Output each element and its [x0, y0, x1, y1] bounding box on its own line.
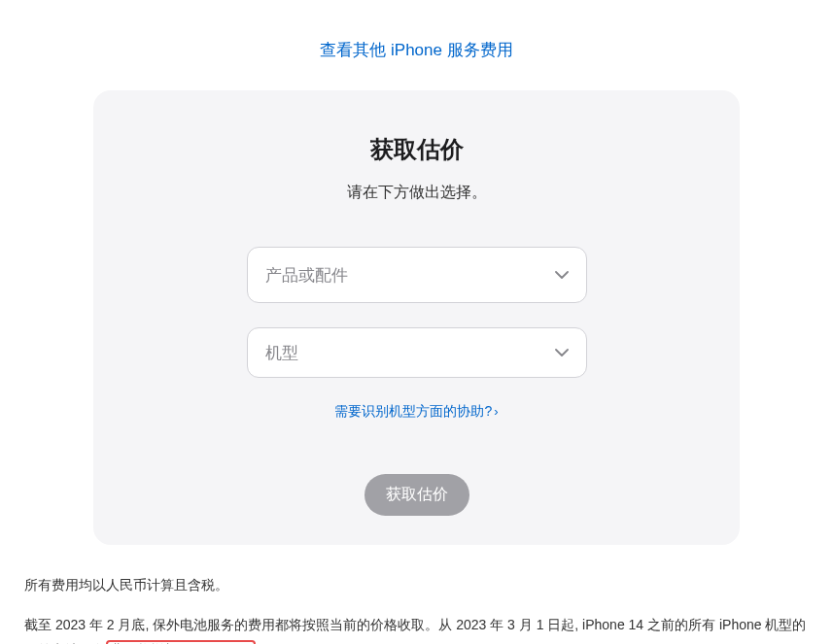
- get-estimate-button[interactable]: 获取估价: [364, 474, 469, 516]
- footer-line-2: 截至 2023 年 2 月底, 保外电池服务的费用都将按照当前的价格收取。从 2…: [24, 612, 809, 644]
- product-select-wrapper: 产品或配件: [247, 247, 587, 303]
- product-select-placeholder: 产品或配件: [265, 264, 348, 287]
- view-other-services-link-wrapper: 查看其他 iPhone 服务费用: [0, 39, 833, 61]
- chevron-down-icon: [555, 271, 569, 279]
- help-link-wrapper: 需要识别机型方面的协助?›: [132, 402, 701, 421]
- footer-line-1: 所有费用均以人民币计算且含税。: [24, 572, 809, 598]
- model-select-placeholder: 机型: [265, 342, 298, 364]
- card-title: 获取估价: [132, 134, 701, 165]
- chevron-right-icon: ›: [494, 404, 498, 419]
- help-link-label: 需要识别机型方面的协助?: [334, 403, 492, 419]
- view-other-services-link[interactable]: 查看其他 iPhone 服务费用: [320, 41, 512, 59]
- card-subtitle: 请在下方做出选择。: [132, 183, 701, 203]
- model-select[interactable]: 机型: [247, 327, 587, 378]
- model-select-wrapper: 机型: [247, 327, 587, 378]
- price-increase-highlight: 费用将增加 RMB 169。: [106, 640, 256, 644]
- chevron-down-icon: [555, 349, 569, 356]
- product-select[interactable]: 产品或配件: [247, 247, 587, 303]
- identify-model-help-link[interactable]: 需要识别机型方面的协助?›: [334, 403, 498, 419]
- footer-disclaimer: 所有费用均以人民币计算且含税。 截至 2023 年 2 月底, 保外电池服务的费…: [15, 572, 818, 644]
- estimate-card: 获取估价 请在下方做出选择。 产品或配件 机型 需要识别机型方面的协助?› 获取…: [93, 90, 740, 545]
